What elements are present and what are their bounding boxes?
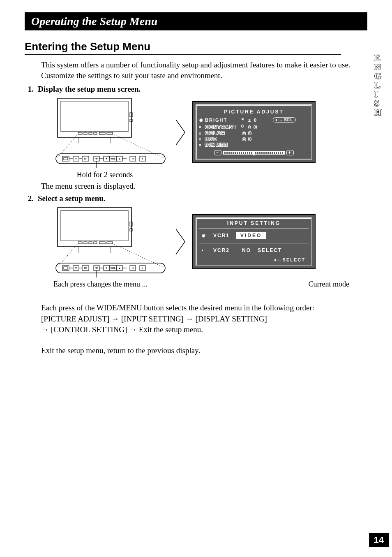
svg-rect-10 (99, 132, 105, 134)
svg-text:V: V (75, 157, 77, 160)
body-line-1: Each press of the WIDE/MENU button selec… (41, 303, 353, 314)
caption-right: Current mode (309, 280, 349, 289)
svg-text:►: ► (141, 157, 144, 160)
osd-row-label: CONTRAST (205, 125, 238, 129)
svg-rect-7 (84, 132, 87, 134)
updown-icon: ♦ (274, 257, 277, 262)
page-number: 14 (369, 533, 389, 547)
svg-line-51 (114, 244, 164, 267)
osd-title: PICTURE ADJUST (199, 108, 309, 116)
bullet-icon: ▪ (199, 143, 203, 147)
leftright-icon: ↔ (277, 257, 283, 262)
svg-text:SP: SP (84, 267, 87, 269)
svg-rect-49 (107, 242, 113, 244)
svg-rect-39 (61, 210, 128, 241)
figure-1: V SP W ▼ VOL ▲ ◄ ► PICTURE ADJUST (41, 96, 367, 168)
svg-text:VOL: VOL (111, 157, 116, 160)
bullet-icon: ▪ (199, 131, 203, 136)
step-1-number: 1. (25, 85, 34, 94)
svg-line-12 (58, 135, 77, 158)
svg-line-13 (114, 135, 164, 158)
osd-row-text: SELECT (258, 247, 282, 253)
osd-row-val: 0 (254, 118, 270, 122)
step-1: 1. Display the setup menu screen. (25, 85, 367, 94)
osd-slider: – + (199, 150, 309, 155)
bullet-icon: ▪ (199, 137, 203, 141)
step-2-text: Select a setup menu. (38, 194, 106, 203)
svg-text:▼: ▼ (105, 267, 108, 269)
caption-left: Each press changes the menu ... (53, 280, 148, 289)
bullet-icon: ▪ (199, 125, 203, 129)
osd-row-sign: ± (243, 136, 246, 141)
svg-text:▼: ▼ (105, 157, 108, 160)
osd-picture-adjust: PICTURE ADJUST ◉ BRIGHT ＊ ± 0 ♦ ↔ SEL ▪ … (192, 101, 316, 163)
arrow-icon: → (186, 314, 194, 323)
svg-rect-41 (130, 229, 132, 231)
svg-text:SP: SP (84, 157, 87, 160)
arrow-icon: → (129, 325, 137, 334)
bullet-icon: ◉ (202, 233, 207, 238)
svg-text:▲: ▲ (118, 267, 121, 269)
bullet-icon: ▪ (202, 248, 207, 252)
osd-row-label: HUE (205, 136, 238, 141)
osd-row-mark: ＊ (240, 117, 246, 123)
sel-text: SEL (284, 118, 293, 122)
svg-text:◄: ◄ (131, 157, 134, 160)
svg-rect-53 (62, 266, 69, 270)
page-title: Operating the Setup Menu (25, 12, 367, 30)
osd-row-sign: ± (243, 131, 246, 136)
svg-rect-44 (78, 242, 82, 244)
svg-rect-47 (94, 242, 97, 244)
monitor-remote-illustration: V SP W ▼ VOL ▲ ◄ ► (41, 96, 168, 168)
svg-text:W: W (95, 157, 98, 160)
osd-row-label: BRIGHT (205, 118, 238, 122)
svg-text:W: W (95, 267, 98, 269)
arrow-icon: → (41, 325, 49, 334)
svg-rect-48 (99, 242, 105, 244)
leftright-icon: ↔ (279, 118, 283, 122)
osd-row-value: VIDEO (236, 232, 266, 239)
menu-sequence: [PICTURE ADJUST] → [INPUT SETTING] → [DI… (41, 314, 353, 335)
hold-caption: Hold for 2 seconds (49, 171, 160, 179)
svg-rect-9 (94, 132, 97, 134)
svg-rect-1 (61, 101, 128, 132)
arrow-right-icon (174, 227, 187, 256)
arrow-icon: → (111, 314, 119, 323)
osd-select-hint: ♦↔SELECT (199, 257, 309, 262)
body-paragraph-1: Each press of the WIDE/MENU button selec… (41, 303, 353, 335)
svg-text:VOL: VOL (111, 267, 116, 269)
svg-rect-8 (89, 132, 92, 134)
osd-row-val: 0 (249, 131, 265, 136)
osd-row-val: 0 (249, 136, 265, 141)
bullet-icon: ◉ (199, 118, 203, 122)
svg-rect-2 (130, 113, 132, 117)
osd-row-label: VCR1 (213, 233, 230, 238)
osd-title: INPUT SETTING (199, 220, 309, 229)
step-2-number: 2. (25, 194, 34, 203)
svg-text:►: ► (141, 267, 144, 269)
section-heading: Entering the Setup Menu (25, 40, 341, 55)
figure-2: V SP W ▼ VOL ▲ ◄ ► INPUT SETTING ◉ (41, 206, 367, 277)
svg-rect-45 (84, 242, 87, 244)
osd-input-setting: INPUT SETTING ◉ VCR1 VIDEO ▪ VCR2 NO SEL… (192, 214, 316, 269)
osd-row-sign: ± (248, 125, 251, 129)
svg-line-50 (58, 244, 77, 267)
osd-row-mark: ＊ (240, 124, 246, 130)
body-paragraph-2: Exit the setup menu, return to the previ… (41, 345, 353, 356)
svg-rect-54 (64, 267, 68, 269)
step-1-text: Display the setup menu screen. (38, 85, 141, 94)
svg-rect-11 (107, 132, 113, 134)
svg-text:◄: ◄ (131, 267, 134, 269)
svg-rect-46 (89, 242, 92, 244)
osd-row-label: DIMMER (205, 142, 238, 147)
svg-rect-15 (62, 156, 69, 161)
slider-bar (223, 151, 285, 155)
osd-row-sign: ± (248, 118, 251, 122)
intro-text: This system offers a number of functiona… (41, 60, 353, 81)
minus-icon: – (214, 150, 221, 155)
osd-row-label: VCR2 (213, 247, 230, 253)
updown-icon: ♦ (275, 118, 278, 122)
svg-rect-6 (78, 132, 82, 134)
svg-rect-16 (64, 157, 68, 160)
svg-text:V: V (75, 267, 77, 269)
